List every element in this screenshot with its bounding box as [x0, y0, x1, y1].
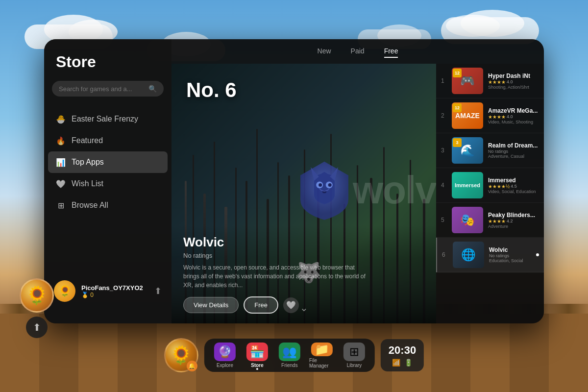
rank-stars-1: ★★★★4.0 — [488, 79, 539, 85]
nav-label-browse-all: Browse All — [72, 201, 108, 210]
search-icon: 🔍 — [148, 85, 157, 93]
taskbar-background: 🔮 Explore 🏪 Store 👥 Friends 📁 File Manag… — [204, 339, 375, 372]
rank-thumb-6: 🌐 — [453, 242, 484, 268]
search-input[interactable] — [59, 85, 145, 93]
scroll-hint: ⌄ — [300, 302, 308, 314]
nav-browse-all[interactable]: ⊞ Browse All — [44, 195, 172, 216]
profile-nav-icon[interactable]: ⬆ — [154, 286, 162, 296]
taskbar-label-explore: Explore — [217, 363, 233, 368]
hero-rank-number: No. 6 — [186, 78, 237, 102]
nav-top-apps[interactable]: 📊 Top Apps — [48, 151, 168, 173]
rank-number-2: 2 — [441, 112, 447, 119]
rank-category-1: Shooting, Action/Shrt — [488, 85, 539, 90]
rank-thumb-3: 🌊 3 — [452, 137, 483, 164]
wolf-logo — [290, 155, 359, 225]
taskbar: 🌻 🔔 🔮 Explore 🏪 Store 👥 Friends 📁 File M… — [164, 338, 424, 372]
wish-list-icon: 🤍 — [56, 179, 66, 189]
rank-number-4: 4 — [441, 182, 447, 189]
rank-thumb-5: 🎭 — [452, 207, 483, 233]
nav-label-top-apps: Top Apps — [72, 158, 104, 167]
rank-item-5[interactable]: 5 🎭 Peaky Blinders... ★★★★4.2 Adventure — [436, 203, 544, 238]
taskbar-label-file-manager: File Manager — [309, 358, 335, 368]
wifi-icon: 📶 — [392, 359, 400, 367]
top-tabs: New Paid Free — [172, 39, 544, 64]
hero-app-rating: No ratings — [183, 252, 424, 259]
wolvic-watermark: wolvi — [353, 168, 436, 213]
rank-stars-5: ★★★★4.2 — [488, 219, 539, 224]
taskbar-left-avatar: 🌻 🔔 — [164, 338, 198, 372]
rank-number-5: 5 — [441, 217, 447, 223]
rank-stars-6: No ratings — [489, 253, 529, 258]
rank-item-3[interactable]: 3 🌊 3 Realm of Dream... No ratings Adven… — [436, 133, 544, 168]
explore-icon: 🔮 — [214, 343, 236, 361]
rank-title-6: Wolvic — [489, 246, 529, 253]
active-indicator — [536, 253, 539, 256]
taskbar-item-store[interactable]: 🏪 Store — [245, 343, 270, 368]
search-bar-container[interactable]: 🔍 — [52, 81, 164, 97]
rank-item-2[interactable]: 2 AMAZE 12 AmazeVR MeGa... ★★★★4.0 Video… — [436, 98, 544, 133]
content-area: No. 6 — [172, 64, 544, 323]
floating-avatar-image: 🌻 — [20, 278, 54, 313]
rank-title-4: Immersed — [488, 177, 539, 184]
tab-free[interactable]: Free — [384, 47, 398, 58]
rank-stars-3: No ratings — [488, 149, 539, 154]
nav-label-easter: Easter Sale Frenzy — [72, 115, 138, 123]
ranking-list: 1 🎮 12 Hyper Dash iNt ★★★★4.0 Shooting, … — [436, 64, 544, 323]
clock-status-icons: 📶 🔋 — [392, 359, 413, 367]
rank-number-3: 3 — [441, 147, 447, 154]
active-indicator-dot — [256, 368, 258, 370]
taskbar-item-friends[interactable]: 👥 Friends — [277, 343, 302, 368]
nav-label-wish-list: Wish List — [72, 179, 103, 188]
svg-point-3 — [328, 183, 332, 187]
rank-category-3: Adventure, Casual — [488, 154, 539, 159]
sidebar: Store 🔍 🐣 Easter Sale Frenzy 🔥 Featured … — [44, 39, 172, 323]
store-panel: Store 🔍 🐣 Easter Sale Frenzy 🔥 Featured … — [44, 39, 544, 323]
nav-easter-sale[interactable]: 🐣 Easter Sale Frenzy — [44, 108, 172, 130]
store-title: Store — [44, 53, 172, 81]
rank-category-2: Video, Music, Shooting — [488, 120, 539, 124]
wishlist-heart-button[interactable]: 🤍 — [283, 297, 299, 313]
featured-icon: 🔥 — [56, 136, 66, 146]
hero-app-name: Wolvic — [183, 235, 424, 250]
rank-item-6[interactable]: 6 🌐 Wolvic No ratings Education, Social — [436, 238, 544, 272]
browse-all-icon: ⊞ — [56, 200, 66, 210]
library-icon: ⊞ — [343, 343, 365, 361]
profile-area[interactable]: 🌻 PicoFans_OY7XYO2 🥇 0 ⬆ — [44, 272, 172, 310]
rank-info-3: Realm of Dream... No ratings Adventure, … — [488, 142, 539, 159]
rank-number-1: 1 — [441, 77, 447, 84]
rank-info-1: Hyper Dash iNt ★★★★4.0 Shooting, Action/… — [488, 73, 539, 90]
rank-title-2: AmazeVR MeGa... — [488, 107, 539, 114]
file-manager-icon: 📁 — [311, 343, 333, 356]
tab-new[interactable]: New — [318, 47, 331, 58]
view-details-button[interactable]: View Details — [183, 297, 239, 313]
svg-point-2 — [318, 183, 322, 187]
profile-info: PicoFans_OY7XYO2 🥇 0 — [81, 284, 143, 298]
floating-avatar-area: 🌻 ⬆ — [20, 278, 54, 338]
rank-category-5: Adventure — [488, 224, 539, 229]
top-apps-icon: 📊 — [56, 157, 66, 167]
store-icon: 🏪 — [246, 343, 268, 361]
rank-info-5: Peaky Blinders... ★★★★4.2 Adventure — [488, 212, 539, 229]
rank-item-4[interactable]: 4 Immersed Immersed ★★★★½4.5 Video, Soci… — [436, 168, 544, 203]
rank-item-1[interactable]: 1 🎮 12 Hyper Dash iNt ★★★★4.0 Shooting, … — [436, 64, 544, 98]
rank-thumb-2: AMAZE 12 — [452, 102, 483, 129]
notification-bell-icon: 🔔 — [187, 361, 197, 371]
nav-wish-list[interactable]: 🤍 Wish List — [44, 173, 172, 195]
floating-nav-button[interactable]: ⬆ — [26, 317, 48, 338]
rank-title-1: Hyper Dash iNt — [488, 73, 539, 79]
main-content: New Paid Free — [172, 39, 544, 323]
heart-icon: 🤍 — [286, 300, 296, 310]
rank-stars-4: ★★★★½4.5 — [488, 184, 539, 189]
free-button[interactable]: Free — [244, 296, 278, 314]
rank-number-6: 6 — [442, 251, 448, 258]
taskbar-item-file-manager[interactable]: 📁 File Manager — [309, 343, 335, 368]
taskbar-item-library[interactable]: ⊞ Library — [342, 343, 367, 368]
hero-area: No. 6 — [172, 64, 436, 323]
nav-featured[interactable]: 🔥 Featured — [44, 130, 172, 151]
battery-icon: 🔋 — [404, 359, 413, 367]
taskbar-item-explore[interactable]: 🔮 Explore — [212, 343, 238, 368]
tab-paid[interactable]: Paid — [351, 47, 365, 58]
rank-category-6: Education, Social — [489, 258, 529, 263]
rank-info-2: AmazeVR MeGa... ★★★★4.0 Video, Music, Sh… — [488, 107, 539, 124]
easter-icon: 🐣 — [56, 114, 66, 124]
